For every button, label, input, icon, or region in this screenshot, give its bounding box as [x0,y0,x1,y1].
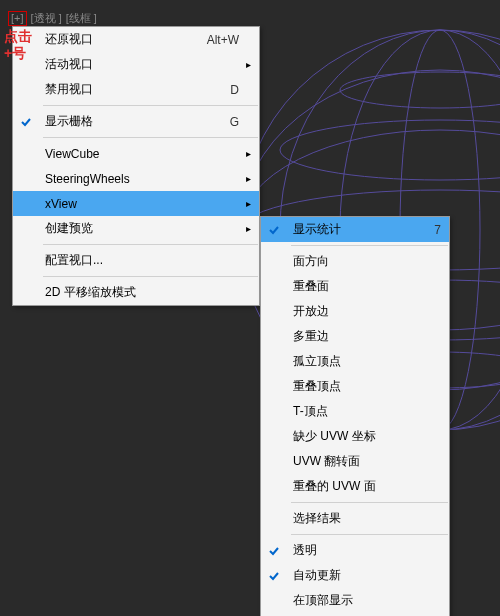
check-icon [20,116,32,128]
viewport-label-bar: [+] [透视 ] [线框 ] [8,11,97,26]
submenu-check-item[interactable]: 重叠顶点 [261,374,449,399]
menu-steeringwheels[interactable]: SteeringWheels ▸ [13,166,259,191]
menu-separator [43,137,258,138]
viewport-mode-label[interactable]: [线框 ] [66,11,97,26]
submenu-item-label: 孤立顶点 [287,353,441,370]
svg-point-4 [280,120,500,180]
menu-create-preview[interactable]: 创建预览 ▸ [13,216,259,241]
menu-separator [291,534,448,535]
check-icon [268,545,280,557]
viewport-plus-button[interactable]: [+] [8,11,27,26]
xview-submenu: 显示统计 7 面方向重叠面开放边多重边孤立顶点重叠顶点T-顶点缺少 UVW 坐标… [260,216,450,616]
tutorial-annotation: 点击 +号 [4,28,32,62]
menu-separator [43,105,258,106]
submenu-check-item[interactable]: 面方向 [261,249,449,274]
submenu-check-item[interactable]: 缺少 UVW 坐标 [261,424,449,449]
submenu-option-item[interactable]: 透明 [261,538,449,563]
submenu-check-item[interactable]: T-顶点 [261,399,449,424]
submenu-option-item[interactable]: 自动更新 [261,563,449,588]
menu-2d-pan-zoom[interactable]: 2D 平移缩放模式 [13,280,259,305]
submenu-check-item[interactable]: 重叠的 UVW 面 [261,474,449,499]
menu-disable-viewport[interactable]: 禁用视口 D [13,77,259,102]
submenu-item-label: UVW 翻转面 [287,453,441,470]
submenu-item-label: 透明 [287,542,441,559]
submenu-item-label: 重叠顶点 [287,378,441,395]
submenu-item-label: T-顶点 [287,403,441,420]
menu-configure-viewport[interactable]: 配置视口... [13,248,259,273]
menu-restore-viewport[interactable]: 还原视口 Alt+W [13,27,259,52]
menu-separator [43,276,258,277]
submenu-check-item[interactable]: 重叠面 [261,274,449,299]
submenu-show-stats[interactable]: 显示统计 7 [261,217,449,242]
submenu-check-item[interactable]: UVW 翻转面 [261,449,449,474]
menu-separator [43,244,258,245]
menu-show-grid[interactable]: 显示栅格 G [13,109,259,134]
submenu-item-label: 重叠面 [287,278,441,295]
submenu-item-label: 开放边 [287,303,441,320]
menu-separator [291,502,448,503]
submenu-check-item[interactable]: 多重边 [261,324,449,349]
submenu-select-results[interactable]: 选择结果 [261,506,449,531]
submenu-option-item[interactable]: 在顶部显示 [261,588,449,613]
submenu-item-label: 缺少 UVW 坐标 [287,428,441,445]
menu-active-viewport[interactable]: 活动视口 ▸ [13,52,259,77]
viewport-type-label[interactable]: [透视 ] [31,11,62,26]
submenu-item-label: 多重边 [287,328,441,345]
menu-viewcube[interactable]: ViewCube ▸ [13,141,259,166]
submenu-item-label: 面方向 [287,253,441,270]
check-icon [268,570,280,582]
submenu-item-label: 在顶部显示 [287,592,441,609]
svg-point-5 [340,72,500,108]
menu-separator [291,245,448,246]
check-icon [268,224,280,236]
menu-xview[interactable]: xView ▸ [13,191,259,216]
submenu-check-item[interactable]: 孤立顶点 [261,349,449,374]
submenu-item-label: 自动更新 [287,567,441,584]
submenu-check-item[interactable]: 开放边 [261,299,449,324]
submenu-item-label: 重叠的 UVW 面 [287,478,441,495]
viewport-context-menu: 还原视口 Alt+W 活动视口 ▸ 禁用视口 D 显示栅格 G ViewCube… [12,26,260,306]
